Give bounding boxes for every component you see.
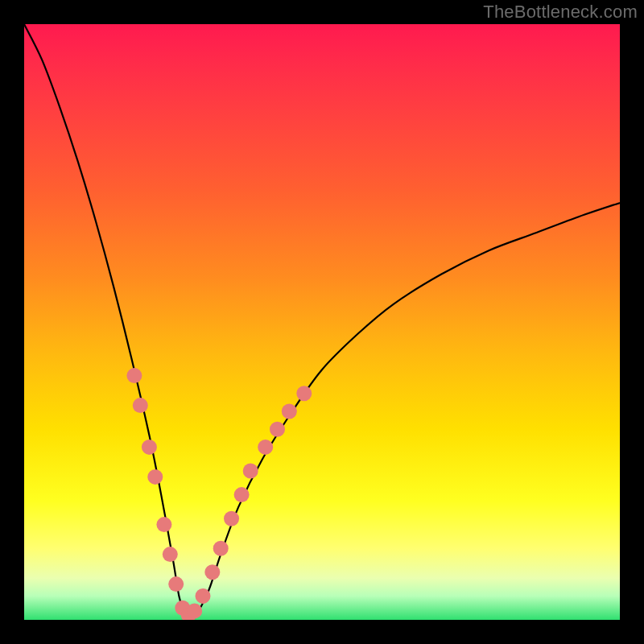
chart-frame: TheBottleneck.com [0,0,644,644]
marker-dot [142,440,157,455]
marker-dot [296,386,312,401]
marker-dot [270,422,285,437]
marker-dot [243,464,258,479]
marker-dot [126,368,142,383]
marker-dot [204,564,220,580]
marker-dot [147,469,163,485]
plot-area [24,24,620,620]
curve-layer [24,24,620,620]
marker-dot [224,511,239,526]
marker-dot [282,404,297,419]
marker-dot [196,588,211,604]
bottleneck-curve [24,24,620,620]
marker-dot [213,541,229,556]
marker-dot [168,576,184,592]
marker-dot [133,398,148,413]
marker-dot [258,440,273,455]
marker-dot [234,487,250,502]
marker-dot [163,547,178,562]
marker-dot [187,603,202,618]
marker-dots [126,368,312,620]
watermark-text: TheBottleneck.com [483,2,638,23]
marker-dot [156,517,171,532]
